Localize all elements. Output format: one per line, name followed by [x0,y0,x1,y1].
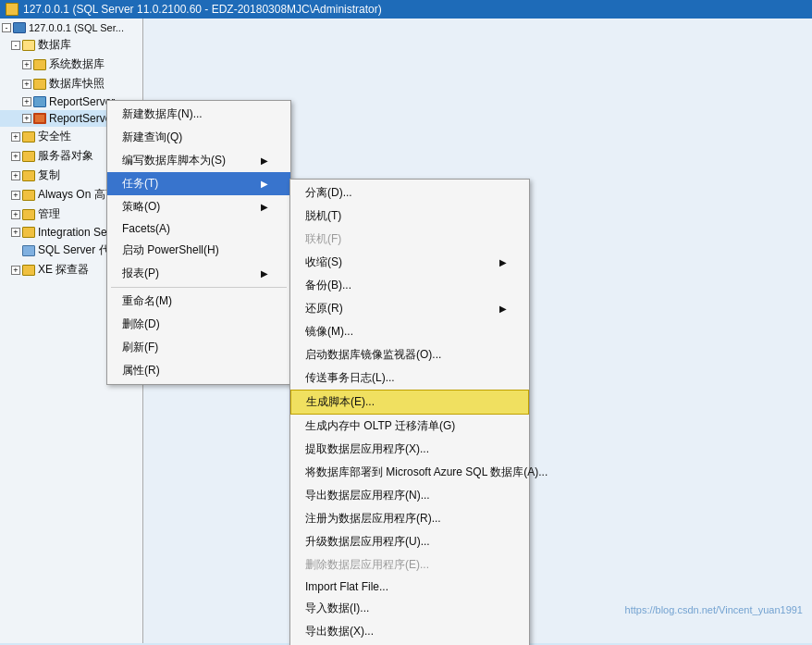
tree-label-server: 127.0.0.1 (SQL Ser... [29,22,124,33]
menu-item-facets[interactable]: Facets(A) [107,218,290,239]
menu-item-reports[interactable]: 报表(P) ▶ [107,262,290,285]
menu-item-policies[interactable]: 策略(O) ▶ [107,195,290,218]
expand-icon[interactable]: + [11,228,20,237]
folder-icon [22,131,35,143]
server-icon [6,3,18,16]
expand-icon[interactable]: + [22,97,31,106]
menu-item-export-data[interactable]: 导出数据(X)... [290,620,529,643]
submenu-arrow: ▶ [261,268,268,279]
expand-icon[interactable]: + [11,210,20,219]
submenu-arrow: ▶ [261,179,268,189]
folder-icon [33,59,46,70]
menu-item-generate-scripts[interactable]: 生成脚本(E)... [290,390,529,415]
folder-icon [22,190,35,201]
folder-icon [22,170,35,181]
menu-item-shrink[interactable]: 收缩(S) ▶ [290,251,529,274]
tree-item-db-snapshots[interactable]: + 数据库快照 [0,74,142,93]
title-bar: 127.0.0.1 (SQL Server 11.0.2100.60 - EDZ… [0,0,812,19]
submenu-arrow: ▶ [499,257,507,267]
expand-icon[interactable]: - [2,23,11,32]
tree-label-db-snapshots: 数据库快照 [49,76,105,92]
expand-icon[interactable]: + [22,80,31,89]
tree-label-xe: XE 探查器 [38,262,89,278]
menu-item-launch-mirror-monitor[interactable]: 启动数据库镜像监视器(O)... [290,343,529,366]
menu-item-import-data[interactable]: 导入数据(I)... [290,597,529,620]
menu-item-rename[interactable]: 重命名(M) [107,290,290,313]
expand-icon[interactable]: + [11,152,20,161]
tree-label-security: 安全性 [38,129,71,144]
folder-icon [22,40,35,51]
menu-item-tasks[interactable]: 任务(T) ▶ [107,172,290,195]
tree-label-management: 管理 [38,206,60,222]
expand-icon[interactable]: + [11,266,20,275]
tree-label-integration: Integration Se... [38,226,117,239]
server-icon [13,22,26,33]
menu-item-new-db[interactable]: 新建数据库(N)... [107,103,290,126]
expand-icon[interactable]: + [11,171,20,180]
menu-item-restore[interactable]: 还原(R) ▶ [290,297,529,320]
menu-item-online: 联机(F) [290,228,529,251]
submenu-arrow: ▶ [499,304,507,314]
expand-icon[interactable]: + [11,132,20,142]
menu-item-delete-app: 删除数据层应用程序(E)... [290,553,529,577]
menu-item-mirror[interactable]: 镜像(M)... [290,320,529,343]
expand-icon[interactable]: + [22,60,31,69]
folder-icon [22,151,35,162]
menu-item-script-db[interactable]: 编写数据库脚本为(S) ▶ [107,149,290,172]
folder-icon [33,79,46,90]
db-icon [33,96,46,107]
tree-label-databases: 数据库 [38,37,71,53]
folder-icon [22,209,35,220]
db-selected-icon [33,113,46,124]
agent-icon [22,245,35,256]
submenu-arrow: ▶ [261,202,268,212]
menu-item-delete[interactable]: 删除(D) [107,313,290,336]
watermark: https://blog.csdn.net/Vincent_yuan1991 [625,604,803,615]
tree-label-replication: 复制 [38,167,60,183]
expand-icon[interactable]: + [22,114,31,123]
expand-icon[interactable]: - [11,41,20,50]
tree-label-system-dbs: 系统数据库 [49,56,105,72]
title-text: 127.0.0.1 (SQL Server 11.0.2100.60 - EDZ… [23,3,382,16]
folder-icon [22,227,35,238]
menu-separator [111,287,287,288]
submenu-arrow: ▶ [261,155,268,166]
menu-item-backup[interactable]: 备份(B)... [290,274,529,297]
tree-label-server-objects: 服务器对象 [38,148,93,164]
menu-item-register-app[interactable]: 注册为数据层应用程序(R)... [290,507,529,530]
tree-item-server[interactable]: - 127.0.0.1 (SQL Ser... [0,20,142,35]
menu-item-upgrade-app[interactable]: 升级数据层应用程序(U)... [290,530,529,553]
menu-item-properties[interactable]: 属性(R) [107,359,290,382]
folder-icon [22,265,35,276]
menu-item-detach[interactable]: 分离(D)... [290,181,529,205]
menu-item-deploy-azure[interactable]: 将数据库部署到 Microsoft Azure SQL 数据库(A)... [290,461,529,484]
expand-icon[interactable]: + [11,191,20,200]
menu-item-powershell[interactable]: 启动 PowerShell(H) [107,239,290,262]
menu-item-import-flat[interactable]: Import Flat File... [290,577,529,597]
menu-item-offline[interactable]: 脱机(T) [290,205,529,228]
menu-item-ship-logs[interactable]: 传送事务日志(L)... [290,366,529,390]
menu-item-refresh[interactable]: 刷新(F) [107,336,290,359]
menu-item-export-app[interactable]: 导出数据层应用程序(N)... [290,484,529,507]
context-menu-2: 分离(D)... 脱机(T) 联机(F) 收缩(S) ▶ 备份(B)... 还原… [289,179,530,645]
menu-item-new-query[interactable]: 新建查询(Q) [107,126,290,149]
tree-label-reportserver: ReportServer [49,95,115,108]
menu-item-generate-oltp[interactable]: 生成内存中 OLTP 迁移清单(G) [290,415,529,438]
tree-item-system-dbs[interactable]: + 系统数据库 [0,55,142,74]
tree-item-databases[interactable]: - 数据库 [0,35,142,55]
menu-item-extract-app[interactable]: 提取数据层应用程序(X)... [290,438,529,461]
context-menu-1: 新建数据库(N)... 新建查询(Q) 编写数据库脚本为(S) ▶ 任务(T) … [106,100,291,385]
